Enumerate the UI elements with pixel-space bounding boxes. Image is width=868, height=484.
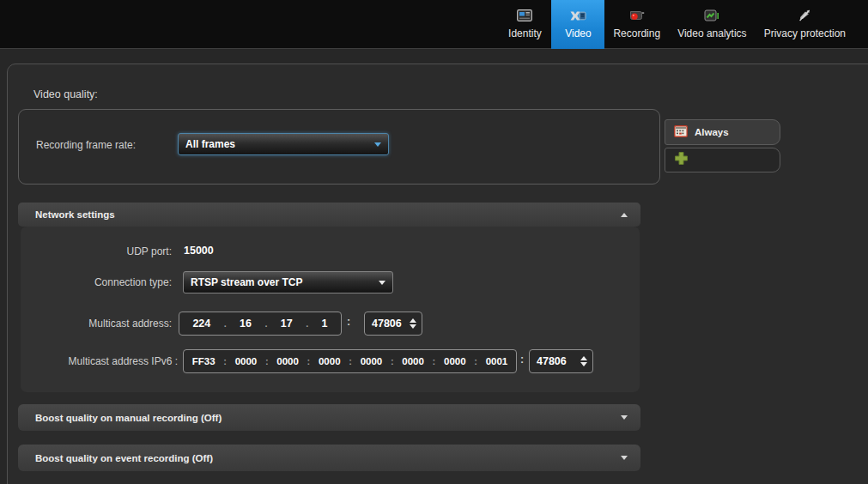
connection-type-value: RTSP stream over TCP	[191, 276, 303, 288]
collapse-arrow-icon[interactable]	[621, 213, 628, 217]
ip-colon-separator: :	[391, 356, 394, 366]
recording-icon	[628, 7, 645, 24]
recording-frame-rate-label: Recording frame rate:	[36, 139, 136, 151]
tab-video[interactable]: Video	[551, 0, 604, 49]
port-colon-separator: :	[347, 316, 350, 328]
plus-icon	[674, 151, 689, 169]
tab-video-analytics[interactable]: Video analytics	[669, 0, 756, 49]
chevron-down-icon	[379, 281, 385, 285]
ip-dot-separator: .	[306, 318, 308, 329]
schedule-tab-always[interactable]: Always	[665, 119, 780, 145]
tab-label: Video	[565, 27, 591, 39]
tab-recording[interactable]: Recording	[604, 0, 669, 49]
network-settings-title: Network settings	[35, 209, 115, 220]
connection-type-dropdown[interactable]: RTSP stream over TCP	[183, 271, 393, 293]
ipv4-segment[interactable]: 17	[281, 318, 293, 330]
multicast-address-ipv6-label: Multicast address IPv6 :	[21, 355, 178, 367]
ipv6-port-value[interactable]: 47806	[537, 355, 580, 367]
multicast-ipv4-port-spinner[interactable]: 47806	[364, 312, 422, 336]
chevron-down-icon	[374, 142, 381, 147]
video-quality-box: Recording frame rate: All frames	[18, 109, 660, 185]
schedule-always-label: Always	[695, 127, 729, 137]
network-settings-header[interactable]: Network settings	[18, 203, 640, 227]
video-analytics-icon	[704, 7, 719, 24]
privacy-protection-icon	[798, 7, 811, 24]
tab-label: Video analytics	[677, 27, 747, 39]
spinner-arrows-icon[interactable]	[410, 318, 416, 329]
ip-colon-separator: :	[474, 356, 477, 366]
spinner-up-icon[interactable]	[580, 356, 587, 360]
recording-frame-rate-value: All frames	[185, 138, 235, 150]
ipv6-segment[interactable]: 0000	[235, 356, 258, 366]
multicast-address-label: Multicast address:	[21, 318, 172, 330]
identity-icon	[517, 7, 532, 24]
ipv6-segment[interactable]: 0000	[276, 356, 299, 366]
top-tab-bar: Identity Video	[0, 0, 868, 49]
ip-dot-separator: .	[224, 318, 227, 329]
ipv6-segment[interactable]: 0000	[444, 356, 466, 366]
multicast-ipv4-input[interactable]: 224 . 16 . 17 . 1	[179, 312, 342, 336]
ip-colon-separator: :	[265, 356, 269, 366]
calendar-icon	[674, 124, 688, 141]
tab-identity[interactable]: Identity	[498, 0, 551, 49]
tab-label: Identity	[508, 27, 542, 39]
ipv4-port-value[interactable]: 47806	[372, 318, 410, 330]
udp-port-label: UDP port:	[21, 245, 172, 257]
video-quality-section-label: Video quality:	[33, 88, 98, 100]
ipv6-segment[interactable]: 0000	[361, 356, 383, 366]
boost-event-recording-header[interactable]: Boost quality on event recording (Off)	[18, 445, 640, 471]
ipv6-segment[interactable]: 0000	[402, 356, 424, 366]
ipv6-segment[interactable]: FF33	[192, 356, 215, 366]
expand-arrow-icon[interactable]	[621, 456, 628, 460]
ipv4-segment[interactable]: 16	[240, 318, 252, 330]
video-icon	[569, 7, 586, 24]
ipv4-segment[interactable]: 224	[192, 318, 210, 330]
ip-colon-separator: :	[433, 356, 436, 366]
spinner-down-icon[interactable]	[580, 362, 587, 366]
boost-manual-recording-header[interactable]: Boost quality on manual recording (Off)	[18, 404, 640, 431]
add-schedule-button[interactable]	[665, 148, 780, 172]
spinner-up-icon[interactable]	[410, 318, 416, 323]
network-settings-body: UDP port: 15000 Connection type: RTSP st…	[21, 227, 640, 392]
multicast-ipv6-port-spinner[interactable]: 47806	[529, 349, 593, 373]
expand-arrow-icon[interactable]	[621, 415, 628, 420]
boost-event-recording-title: Boost quality on event recording (Off)	[35, 453, 213, 463]
boost-manual-recording-title: Boost quality on manual recording (Off)	[35, 413, 222, 423]
ipv6-segment[interactable]: 0001	[486, 356, 508, 366]
connection-type-label: Connection type:	[21, 276, 172, 288]
ip-dot-separator: .	[264, 318, 267, 329]
tab-strip: Identity Video	[498, 0, 854, 49]
ip-colon-separator: :	[307, 356, 311, 366]
recording-frame-rate-dropdown[interactable]: All frames	[178, 133, 389, 155]
spinner-arrows-icon[interactable]	[580, 356, 587, 366]
port-colon-separator: :	[520, 354, 524, 366]
ipv4-segment[interactable]: 1	[322, 318, 328, 330]
tab-label: Recording	[613, 27, 660, 39]
multicast-ipv6-input[interactable]: FF33 : 0000 : 0000 : 0000 : 0000 : 0000 …	[183, 349, 517, 373]
ip-colon-separator: :	[223, 356, 227, 366]
tab-label: Privacy protection	[764, 27, 846, 39]
udp-port-value: 15000	[184, 245, 214, 257]
spinner-down-icon[interactable]	[410, 324, 416, 329]
ip-colon-separator: :	[349, 356, 352, 366]
content-panel: Video quality: Recording frame rate: All…	[7, 64, 868, 484]
tab-privacy-protection[interactable]: Privacy protection	[756, 0, 854, 49]
ipv6-segment[interactable]: 0000	[319, 356, 341, 366]
